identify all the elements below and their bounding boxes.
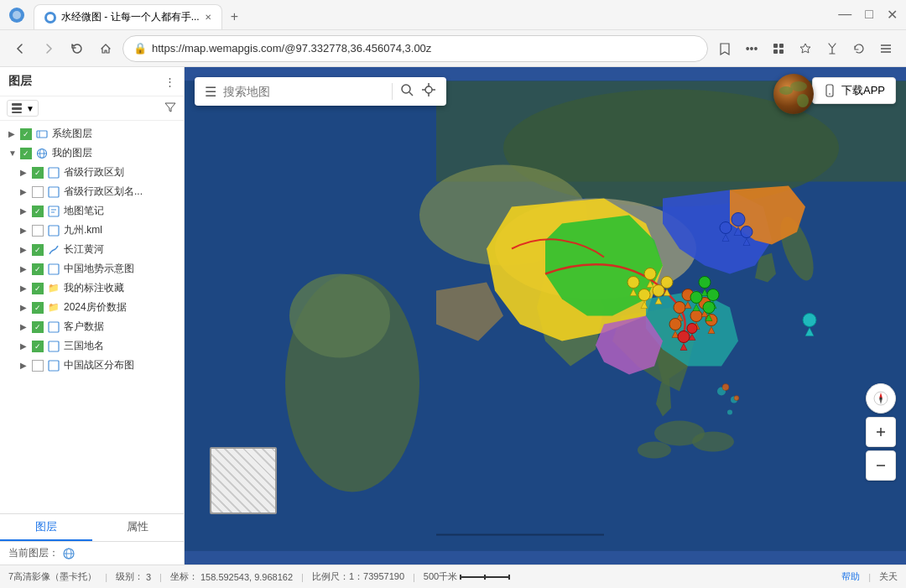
svg-rect-126 <box>484 575 486 580</box>
svg-point-81 <box>732 213 745 226</box>
layer-item-notes[interactable]: ▶ 地图笔记 <box>0 201 184 221</box>
help-link[interactable]: 帮助 <box>841 570 860 583</box>
expand-arrow-icon: ▶ <box>20 361 29 370</box>
locate-button[interactable] <box>421 82 436 101</box>
layer-item-river[interactable]: ▶ 长江黄河 <box>0 240 184 259</box>
back-button[interactable] <box>8 37 32 60</box>
menu-button[interactable] <box>874 37 898 60</box>
status-sep1: | <box>105 572 107 582</box>
svg-rect-13 <box>12 112 22 113</box>
expand-arrow-icon: ▼ <box>8 148 17 158</box>
layer-checkbox[interactable] <box>32 263 44 275</box>
layer-item-topo[interactable]: ▶ 中国地势示意图 <box>0 259 184 278</box>
layer-name: 九州.kml <box>64 223 102 237</box>
svg-point-69 <box>674 302 685 314</box>
svg-point-67 <box>661 277 673 289</box>
expand-arrow-icon: ▶ <box>20 284 29 293</box>
bookmark-button[interactable] <box>713 37 737 60</box>
tab-layers[interactable]: 图层 <box>0 514 92 541</box>
svg-rect-12 <box>12 107 22 110</box>
layer-checkbox[interactable] <box>32 283 44 294</box>
layer-item-kml[interactable]: ▶ 九州.kml <box>0 221 184 240</box>
svg-point-87 <box>803 314 816 327</box>
zoom-in-button[interactable] <box>866 417 896 447</box>
close-link[interactable]: 关天 <box>879 570 898 583</box>
layer-type-icon <box>35 127 49 141</box>
expand-arrow-icon: ▶ <box>20 245 29 254</box>
svg-rect-103 <box>436 534 604 536</box>
layer-item-my[interactable]: ▼ 我的图层 <box>0 143 184 163</box>
download-app-button[interactable]: 下载APP <box>812 77 896 104</box>
undo-button[interactable] <box>847 37 871 60</box>
compass-button[interactable] <box>866 383 896 414</box>
layer-checkbox[interactable] <box>32 341 44 352</box>
search-input[interactable] <box>223 85 385 98</box>
home-button[interactable] <box>94 37 117 60</box>
layer-checkbox[interactable] <box>32 167 44 179</box>
more-button[interactable]: ••• <box>740 37 763 60</box>
layer-item-marks[interactable]: ▶ 📁 我的标注收藏 <box>0 278 184 298</box>
layer-icon <box>47 205 60 218</box>
layer-checkbox[interactable] <box>32 186 44 198</box>
minimize-button[interactable]: — <box>838 7 851 23</box>
scale-text: 比例尺：1：73957190 <box>312 570 404 583</box>
sidebar-bottom: 图层 属性 当前图层： <box>0 513 184 565</box>
sidebar-header: 图层 ⋮ <box>0 67 184 96</box>
tab-close-button[interactable]: ✕ <box>205 13 211 22</box>
sidebar-tabs: 图层 属性 <box>0 514 184 542</box>
layer-checkbox[interactable] <box>32 302 44 314</box>
forward-button[interactable] <box>37 37 60 60</box>
svg-line-105 <box>409 92 413 96</box>
layer-item-warzone[interactable]: ▶ 中国战区分布图 <box>0 356 184 375</box>
svg-point-35 <box>289 274 390 358</box>
layer-item-prov[interactable]: ▶ 省级行政区划 <box>0 163 184 182</box>
layer-checkbox[interactable] <box>32 225 44 237</box>
maximize-button[interactable]: □ <box>865 7 873 23</box>
svg-point-75 <box>669 319 681 330</box>
layer-checkbox[interactable] <box>32 360 44 372</box>
coord-value: 158.592543, 9.968162 <box>200 572 293 582</box>
filter-button[interactable] <box>164 101 177 117</box>
layer-name: 地图笔记 <box>64 204 104 218</box>
layer-checkbox[interactable] <box>32 206 44 217</box>
extensions-button[interactable] <box>767 37 790 60</box>
active-tab[interactable]: 水经微图 - 让每一个人都有手... ✕ <box>34 4 222 29</box>
expand-arrow-icon: ▶ <box>20 226 29 235</box>
layer-icon <box>47 224 60 237</box>
address-bar[interactable]: 🔒 https://map.wemapgis.com/@97.332778,36… <box>122 35 708 62</box>
new-tab-button[interactable]: + <box>222 4 247 29</box>
cut-button[interactable] <box>820 37 844 60</box>
layer-checkbox[interactable] <box>32 321 44 333</box>
layer-name: 三国地名 <box>64 339 104 353</box>
status-sep2: | <box>159 572 162 582</box>
sidebar-more-button[interactable]: ⋮ <box>164 75 175 88</box>
refresh-button[interactable] <box>65 37 89 60</box>
tab-properties[interactable]: 属性 <box>92 514 185 541</box>
level-value: 3 <box>146 572 151 582</box>
zoom-out-button[interactable] <box>866 450 896 481</box>
layer-checkbox[interactable] <box>32 244 44 256</box>
phone-icon <box>823 84 836 97</box>
favorites-button[interactable] <box>794 37 817 60</box>
layer-item-prov2[interactable]: ▶ 省级行政区划名... <box>0 182 184 201</box>
close-button[interactable]: ✕ <box>887 7 898 23</box>
svg-point-101 <box>722 384 729 391</box>
svg-rect-25 <box>49 264 59 274</box>
layer-checkbox[interactable] <box>20 148 32 159</box>
layer-item-house[interactable]: ▶ 📁 2024房价数据 <box>0 298 184 317</box>
layer-item-sangu[interactable]: ▶ 三国地名 <box>0 336 184 356</box>
nav-actions: ••• <box>713 37 898 60</box>
expand-arrow-icon: ▶ <box>20 303 29 312</box>
layer-checkbox[interactable] <box>20 128 32 140</box>
layer-item-customer[interactable]: ▶ 客户数据 <box>0 317 184 336</box>
globe-avatar[interactable] <box>773 74 814 114</box>
search-button[interactable] <box>399 82 414 101</box>
layer-view-selector[interactable]: ▼ <box>7 100 39 117</box>
search-menu-icon[interactable]: ☰ <box>205 84 216 100</box>
close-text: 关天 <box>879 570 898 583</box>
svg-point-83 <box>741 226 752 238</box>
layer-name: 中国地势示意图 <box>64 262 134 276</box>
browser-frame: 水经微图 - 让每一个人都有手... ✕ + — □ ✕ 🔒 https://m… <box>0 0 906 588</box>
layer-item-sys[interactable]: ▶ 系统图层 <box>0 124 184 143</box>
map-area[interactable]: ☰ 下载APP <box>185 67 906 565</box>
